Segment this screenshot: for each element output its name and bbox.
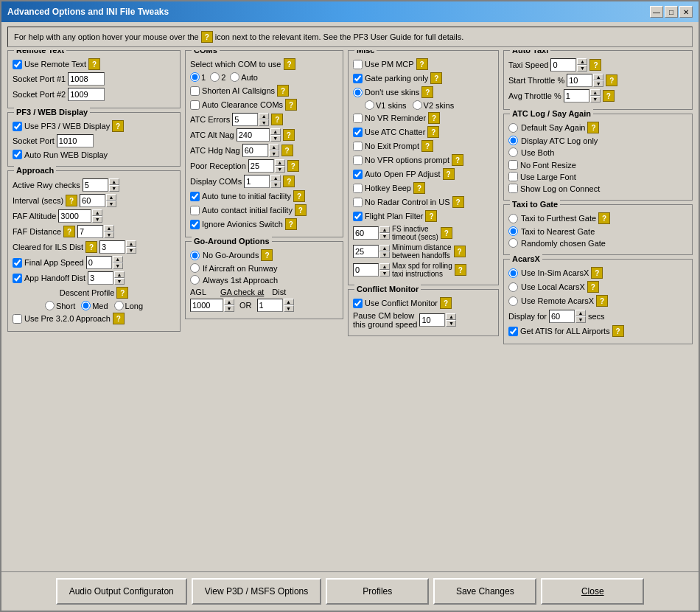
- auto-clearance-help-icon[interactable]: ?: [285, 99, 297, 111]
- use-local-help-icon[interactable]: ?: [587, 281, 599, 293]
- app-handoff-up[interactable]: ▲: [114, 271, 125, 278]
- gate-parking-help-icon[interactable]: ?: [430, 72, 442, 84]
- use-in-sim-radio[interactable]: [508, 268, 518, 278]
- shorten-ai-checkbox[interactable]: [190, 86, 200, 96]
- auto-tune-help-icon[interactable]: ?: [293, 190, 305, 202]
- app-handoff-dist-input[interactable]: [88, 271, 113, 285]
- conflict-monitor-help-icon[interactable]: ?: [440, 297, 452, 309]
- maximize-button[interactable]: □: [665, 6, 678, 18]
- poor-reception-up[interactable]: ▲: [275, 159, 285, 166]
- auto-contact-help-icon[interactable]: ?: [295, 204, 307, 216]
- start-throttle-down[interactable]: ▼: [593, 80, 603, 87]
- always-1st-option[interactable]: Always 1st Approach: [190, 275, 278, 285]
- audio-output-button[interactable]: Audio Output Configuraton: [56, 578, 187, 605]
- dist-value-input[interactable]: [257, 299, 283, 312]
- atc-errors-help-icon[interactable]: ?: [271, 114, 283, 125]
- display-atc-log-radio[interactable]: [508, 136, 518, 145]
- no-font-resize-checkbox[interactable]: [508, 160, 518, 170]
- use-remote-text-checkbox[interactable]: [13, 60, 22, 69]
- socket-port-2-input[interactable]: 1009: [68, 88, 105, 101]
- poor-reception-input[interactable]: [248, 159, 274, 173]
- atc-errors-down[interactable]: ▼: [259, 119, 269, 126]
- use-conflict-monitor-checkbox[interactable]: [353, 299, 363, 308]
- atc-log-help-icon[interactable]: ?: [587, 122, 599, 133]
- go-around-help-icon[interactable]: ?: [261, 249, 273, 261]
- faf-altitude-down[interactable]: ▼: [92, 216, 102, 223]
- profiles-button[interactable]: Profiles: [326, 578, 429, 605]
- view-p3d-button[interactable]: View P3D / MSFS Options: [192, 578, 322, 605]
- cleared-ils-input[interactable]: [99, 240, 125, 254]
- faf-distance-down[interactable]: ▼: [104, 232, 114, 238]
- taxi-speed-input[interactable]: [550, 58, 576, 72]
- interval-up[interactable]: ▲: [106, 194, 116, 201]
- active-rwy-up[interactable]: ▲: [109, 178, 119, 185]
- use-pm-mcp-checkbox[interactable]: [353, 60, 363, 69]
- max-spd-help-icon[interactable]: ?: [455, 264, 466, 276]
- com-1-radio[interactable]: [190, 72, 200, 82]
- random-gate-radio[interactable]: [508, 238, 518, 248]
- ignore-avionics-help-icon[interactable]: ?: [285, 218, 297, 230]
- max-spd-down[interactable]: ▼: [379, 270, 390, 277]
- dist-down[interactable]: ▼: [284, 305, 294, 312]
- shorten-ai-help-icon[interactable]: ?: [277, 85, 289, 97]
- show-log-connect-checkbox[interactable]: [508, 184, 518, 193]
- final-app-speed-input[interactable]: [86, 256, 112, 269]
- auto-open-fp-help-icon[interactable]: ?: [443, 168, 455, 180]
- poor-reception-help-icon[interactable]: ?: [287, 160, 299, 172]
- nearest-gate-option[interactable]: Taxi to Nearest Gate: [508, 226, 595, 236]
- interval-input[interactable]: [80, 194, 105, 207]
- faf-altitude-input[interactable]: [58, 209, 91, 223]
- faf-distance-help-icon[interactable]: ?: [63, 226, 75, 237]
- display-for-down[interactable]: ▼: [575, 316, 586, 323]
- avg-throttle-help-icon[interactable]: ?: [603, 90, 615, 102]
- agl-up[interactable]: ▲: [224, 299, 234, 305]
- close-window-button[interactable]: ✕: [679, 6, 693, 18]
- default-say-again-option[interactable]: Default Say Again: [508, 123, 585, 133]
- active-rwy-down[interactable]: ▼: [109, 185, 119, 192]
- use-both-option[interactable]: Use Both: [508, 147, 554, 157]
- display-coms-input[interactable]: [244, 175, 270, 188]
- nearest-gate-radio[interactable]: [508, 226, 518, 236]
- no-go-arounds-option[interactable]: No Go-Arounds: [190, 251, 259, 260]
- auto-open-fp-checkbox[interactable]: [353, 170, 363, 179]
- fs-inactive-help-icon[interactable]: ?: [441, 227, 452, 239]
- flight-plan-filter-checkbox[interactable]: [353, 212, 363, 221]
- display-atc-log-option[interactable]: Display ATC Log only: [508, 136, 598, 145]
- pf3-socket-port-input[interactable]: [57, 134, 94, 147]
- atc-hdg-nag-down[interactable]: ▼: [269, 150, 279, 157]
- v1-skins-option[interactable]: V1 skins: [365, 100, 407, 110]
- use-pre-320-checkbox[interactable]: [13, 314, 22, 324]
- final-app-speed-checkbox[interactable]: [13, 258, 22, 268]
- use-large-font-checkbox[interactable]: [508, 172, 518, 181]
- no-vr-reminder-checkbox[interactable]: [353, 114, 363, 123]
- pause-cm-down[interactable]: ▼: [446, 320, 456, 327]
- use-pf3-web-checkbox[interactable]: [13, 122, 22, 131]
- descent-profile-help-icon[interactable]: ?: [116, 287, 128, 299]
- auto-run-web-checkbox[interactable]: [13, 150, 22, 159]
- use-pm-mcp-help-icon[interactable]: ?: [416, 58, 428, 70]
- default-say-again-radio[interactable]: [508, 123, 518, 133]
- atc-alt-nag-up[interactable]: ▲: [270, 128, 281, 135]
- atc-alt-nag-help-icon[interactable]: ?: [283, 129, 295, 141]
- interval-help-icon[interactable]: ?: [66, 195, 77, 206]
- auto-contact-checkbox[interactable]: [190, 206, 200, 215]
- get-atis-help-icon[interactable]: ?: [612, 325, 624, 337]
- fs-inactive-input[interactable]: [353, 226, 379, 240]
- v2-skins-option[interactable]: V2 skins: [413, 100, 455, 110]
- atc-errors-input[interactable]: [232, 113, 258, 126]
- atc-hdg-nag-help-icon[interactable]: ?: [281, 145, 293, 156]
- com-auto-option[interactable]: Auto: [230, 72, 258, 82]
- agl-value-input[interactable]: [190, 299, 223, 312]
- use-in-sim-acarsx-option[interactable]: Use In-Sim AcarsX: [508, 268, 589, 278]
- avg-throttle-input[interactable]: [564, 89, 589, 102]
- use-in-sim-help-icon[interactable]: ?: [591, 267, 603, 279]
- atc-hdg-nag-input[interactable]: [242, 144, 268, 157]
- atc-hdg-nag-up[interactable]: ▲: [269, 144, 279, 150]
- if-aircraft-option[interactable]: If Aircraft on Runway: [190, 263, 278, 273]
- no-vr-reminder-help-icon[interactable]: ?: [428, 112, 440, 124]
- pause-cm-input[interactable]: [419, 313, 445, 327]
- save-changes-button[interactable]: Save Changes: [433, 578, 536, 605]
- start-throttle-input[interactable]: [567, 74, 592, 87]
- atc-errors-up[interactable]: ▲: [259, 113, 269, 119]
- atc-chatter-help-icon[interactable]: ?: [427, 126, 439, 138]
